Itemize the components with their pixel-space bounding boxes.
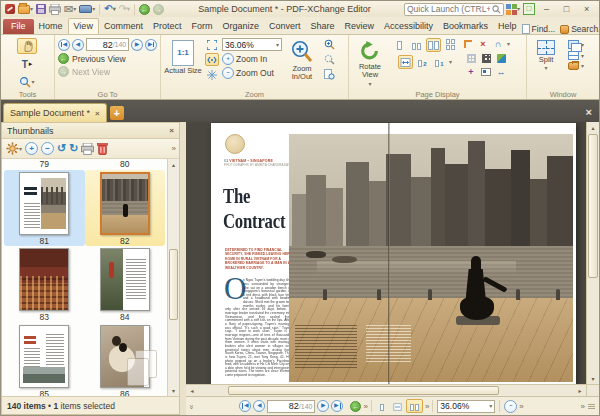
page-preview-button[interactable]: [322, 68, 336, 81]
tab-file[interactable]: File: [3, 19, 34, 34]
fit-width-display-button[interactable]: [398, 55, 413, 69]
dropdown-caret-icon[interactable]: ▾: [31, 79, 34, 85]
fit-width-view-button[interactable]: [391, 400, 404, 413]
zoom-out-button[interactable]: −: [504, 400, 517, 413]
email-button[interactable]: ✉▾: [63, 3, 77, 16]
maximize-button[interactable]: □: [557, 2, 576, 16]
fullscreen-button[interactable]: □: [522, 3, 536, 16]
enlarge-thumbnails-button[interactable]: +: [25, 142, 38, 155]
previous-view-button[interactable]: ← Previous View: [58, 53, 157, 64]
forward-view-button[interactable]: →: [152, 3, 165, 16]
dropdown-caret-icon[interactable]: ▾: [368, 81, 371, 87]
tab-bookmarks[interactable]: Bookmarks: [438, 19, 493, 34]
scrollbar-thumb[interactable]: [228, 386, 499, 395]
delete-pages-button[interactable]: [97, 141, 108, 157]
more-status-chevron[interactable]: »: [581, 402, 584, 411]
scroll-down-icon[interactable]: ▾: [168, 385, 179, 396]
page-number-input[interactable]: 82/140: [267, 400, 315, 413]
dropdown-caret-icon[interactable]: ▾: [581, 53, 584, 59]
next-view-button[interactable]: → Next View: [58, 66, 157, 77]
dropdown-caret-icon[interactable]: ▾: [581, 63, 584, 69]
coordinates-button[interactable]: [480, 66, 492, 78]
zoom-level-combobox[interactable]: 36.06%▾: [437, 400, 495, 413]
zoom-to-selection-button[interactable]: [322, 38, 336, 51]
cascade-windows-button[interactable]: ▾: [568, 40, 584, 49]
scan-button[interactable]: ▾: [78, 3, 96, 16]
page-spread[interactable]: 03VIETNAM • SINGAPORE PHOTOGRAPHS BY AMR…: [211, 123, 576, 384]
cover-mode-button[interactable]: 2: [415, 55, 430, 69]
dropdown-caret-icon[interactable]: ▾: [127, 6, 130, 12]
resize-page-button[interactable]: ↔: [495, 66, 507, 78]
dropdown-caret-icon[interactable]: ▾: [30, 6, 33, 12]
next-page-button[interactable]: ▶: [131, 39, 143, 51]
save-button[interactable]: [35, 3, 47, 16]
tab-organize[interactable]: Organize: [217, 19, 264, 34]
dropdown-caret-icon[interactable]: ▾: [517, 6, 520, 12]
new-tab-button[interactable]: +: [110, 106, 124, 120]
scroll-down-icon[interactable]: ▾: [587, 373, 599, 384]
scrollbar-thumb[interactable]: [169, 249, 178, 320]
dropdown-caret-icon[interactable]: ▾: [449, 59, 452, 65]
thumbnails-options-button[interactable]: ▾: [6, 141, 22, 157]
tab-comment[interactable]: Comment: [99, 19, 148, 34]
zoom-out-button[interactable]: −Zoom Out: [222, 67, 274, 79]
close-document-tab-icon[interactable]: ×: [95, 109, 100, 118]
tab-form[interactable]: Form: [186, 19, 217, 34]
fit-visible-button[interactable]: [205, 68, 219, 81]
horizontal-scrollbar[interactable]: ◂ ▸: [186, 384, 586, 396]
tab-convert[interactable]: Convert: [264, 19, 306, 34]
tab-view[interactable]: View: [68, 18, 99, 35]
next-page-button[interactable]: ▶: [317, 400, 329, 412]
minimize-button[interactable]: –: [537, 2, 556, 16]
close-button[interactable]: ×: [577, 2, 596, 16]
zoom-chevron[interactable]: »: [519, 402, 522, 411]
tab-protect[interactable]: Protect: [148, 19, 187, 34]
dropdown-caret-icon[interactable]: ▾: [113, 6, 116, 12]
undo-button[interactable]: ↶▾: [103, 3, 116, 16]
search-button[interactable]: Search...: [560, 24, 600, 34]
document-tab[interactable]: Sample Document * ×: [3, 103, 107, 122]
crop-pages-button[interactable]: [462, 38, 474, 50]
thumbnail-page-79[interactable]: 79: [4, 159, 85, 170]
view-history-chevron[interactable]: »: [363, 402, 366, 411]
first-page-button[interactable]: ◀: [239, 400, 251, 412]
status-chevron[interactable]: »: [187, 404, 196, 407]
scrollbar-thumb[interactable]: [588, 134, 598, 278]
tab-review[interactable]: Review: [340, 19, 380, 34]
thumbnail-page-84[interactable]: 84: [85, 246, 166, 323]
print-button[interactable]: [48, 3, 62, 16]
show-guides-button[interactable]: [480, 52, 492, 64]
previous-page-button[interactable]: ◀: [253, 400, 265, 412]
scroll-left-icon[interactable]: ◂: [186, 387, 198, 394]
loupe-tool-button[interactable]: ▾: [17, 74, 37, 90]
quick-launch-box[interactable]: [404, 3, 504, 16]
open-file-button[interactable]: ▾: [17, 3, 34, 16]
select-text-tool-button[interactable]: T▸: [17, 56, 37, 72]
tab-accessibility[interactable]: Accessibility: [379, 19, 438, 34]
close-document-button[interactable]: ×: [586, 106, 599, 122]
rotate-cw-button[interactable]: ↻: [69, 141, 78, 157]
find-button[interactable]: Find...: [522, 24, 556, 34]
tab-home[interactable]: Home: [34, 19, 68, 34]
dropdown-caret-icon[interactable]: ▾: [92, 6, 95, 12]
single-page-view-button[interactable]: [376, 400, 389, 413]
document-canvas[interactable]: 03VIETNAM • SINGAPORE PHOTOGRAPHS BY AMR…: [186, 122, 586, 384]
close-panel-icon[interactable]: ×: [169, 126, 174, 135]
thumbnail-page-80[interactable]: 80: [85, 159, 166, 170]
thumbnail-page-81[interactable]: 81: [4, 170, 85, 247]
zoom-in-out-tool-button[interactable]: Zoom In/Out: [285, 38, 319, 88]
hand-tool-button[interactable]: [17, 38, 37, 54]
dropdown-caret-icon[interactable]: ▾: [19, 146, 22, 152]
redo-button[interactable]: ↷▾: [118, 3, 131, 16]
dropdown-caret-icon[interactable]: ▾: [544, 65, 547, 71]
two-pages-continuous-button[interactable]: [443, 38, 458, 52]
fit-page-button[interactable]: [205, 38, 219, 51]
thumbnail-page-83[interactable]: 83: [4, 246, 85, 323]
two-pages-view-button[interactable]: [426, 38, 441, 52]
last-page-button[interactable]: ▶: [331, 400, 343, 412]
show-grid-button[interactable]: [465, 52, 477, 64]
zoom-level-combobox[interactable]: 36.06%▾: [222, 38, 282, 51]
scroll-up-icon[interactable]: ▴: [587, 122, 599, 133]
back-view-button[interactable]: ←: [138, 3, 151, 16]
delete-pages-button[interactable]: ×: [477, 38, 489, 50]
